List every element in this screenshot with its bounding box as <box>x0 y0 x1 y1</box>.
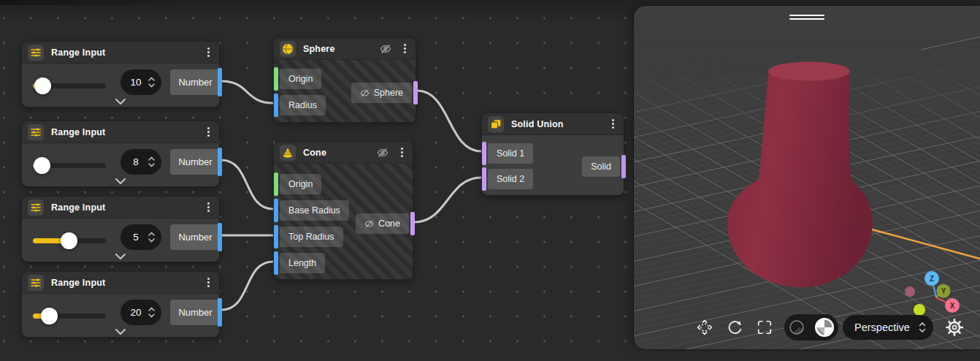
shaded-ball-icon[interactable] <box>814 316 835 338</box>
gizmo-neg-x-ball[interactable] <box>905 286 915 297</box>
node-menu-button[interactable] <box>610 116 616 132</box>
node-range-input-2[interactable]: Range Input 8 Number <box>21 121 220 187</box>
output-number-port[interactable]: Number <box>170 224 221 250</box>
value-text: 8 <box>120 156 148 167</box>
viewport-settings-button[interactable] <box>942 315 967 340</box>
node-cone[interactable]: Cone Origin Base Radius Top Radius Lengt… <box>273 141 413 280</box>
wireframe-ball-icon[interactable] <box>787 318 806 337</box>
number-port-connector[interactable] <box>218 298 222 327</box>
value-input[interactable]: 8 <box>120 149 161 175</box>
top-radius-port-connector[interactable] <box>274 225 278 248</box>
output-number-port[interactable]: Number <box>170 149 221 175</box>
shading-mode-toggle[interactable] <box>784 314 838 341</box>
origin-port-connector[interactable] <box>274 172 278 196</box>
range-slider[interactable] <box>33 306 106 325</box>
value-input[interactable]: 10 <box>120 69 161 95</box>
wire-sphere-to-solid1 <box>417 91 481 151</box>
number-port-connector[interactable] <box>218 223 222 251</box>
value-stepper[interactable] <box>148 232 161 243</box>
value-stepper[interactable] <box>148 307 161 318</box>
fit-view-button[interactable] <box>752 315 777 340</box>
sphere-port-connector[interactable] <box>413 81 418 104</box>
input-port-length[interactable]: Length <box>274 251 326 275</box>
gizmo-x-ball[interactable]: X <box>945 298 960 313</box>
collapse-chevron-icon[interactable] <box>115 178 126 184</box>
range-slider[interactable] <box>33 231 106 250</box>
input-port-origin[interactable]: Origin <box>274 172 323 196</box>
range-slider[interactable] <box>33 156 106 175</box>
3d-viewport-panel[interactable]: Z Y X <box>634 6 980 349</box>
number-port-connector[interactable] <box>218 148 222 176</box>
node-sphere[interactable]: Sphere Origin Radius Sphere <box>273 37 416 123</box>
wire-range4-to-cone-length <box>221 262 273 310</box>
input-port-solid1[interactable]: Solid 1 <box>482 142 535 165</box>
orbit-icon <box>696 319 713 336</box>
orbit-tool-button[interactable] <box>692 315 717 340</box>
solid-port-connector[interactable] <box>621 155 626 178</box>
node-menu-button[interactable] <box>205 45 212 60</box>
node-range-input-1[interactable]: Range Input 10 Number <box>21 41 220 107</box>
value-input[interactable]: 20 <box>120 300 161 325</box>
node-menu-button[interactable] <box>402 41 408 56</box>
range-slider[interactable] <box>33 76 106 95</box>
stepper-down-icon <box>148 314 155 318</box>
base-radius-port-connector[interactable] <box>274 199 278 222</box>
solid2-port-connector[interactable] <box>482 167 486 191</box>
length-port-connector[interactable] <box>274 251 278 275</box>
node-menu-button[interactable] <box>205 275 212 290</box>
value-stepper[interactable] <box>148 156 161 167</box>
node-menu-button[interactable] <box>205 124 212 140</box>
node-title: Range Input <box>51 278 198 288</box>
input-port-base-radius[interactable]: Base Radius <box>274 199 351 222</box>
cone-port-connector[interactable] <box>410 212 415 235</box>
collapse-chevron-icon[interactable] <box>115 254 126 259</box>
number-port-connector[interactable] <box>218 68 222 96</box>
input-port-radius[interactable]: Radius <box>274 94 327 117</box>
camera-mode-value: Perspective <box>854 322 919 333</box>
visibility-off-icon[interactable] <box>380 44 391 54</box>
value-input[interactable]: 5 <box>120 224 161 250</box>
origin-port-connector[interactable] <box>274 67 278 91</box>
range-input-icon <box>28 200 44 216</box>
cone-icon <box>280 145 296 161</box>
collapse-chevron-icon[interactable] <box>115 329 126 335</box>
collapse-chevron-icon[interactable] <box>115 99 126 104</box>
reset-view-button[interactable] <box>722 315 747 340</box>
node-menu-button[interactable] <box>399 145 405 160</box>
input-port-top-radius[interactable]: Top Radius <box>274 225 345 248</box>
svg-text:Y: Y <box>941 287 946 295</box>
range-input-icon <box>28 275 44 291</box>
object-top-face <box>768 62 850 81</box>
input-port-origin[interactable]: Origin <box>274 67 323 91</box>
output-port-solid[interactable]: Solid <box>581 155 626 178</box>
node-range-input-3[interactable]: Range Input 5 Number <box>21 196 220 262</box>
input-port-solid2[interactable]: Solid 2 <box>482 167 535 191</box>
node-range-input-4[interactable]: Range Input 20 Number <box>21 271 220 338</box>
node-solid-union[interactable]: Solid Union Solid 1 Solid 2 Solid <box>481 113 624 196</box>
viewport-3d-scene[interactable]: Z Y X <box>634 6 980 349</box>
wire-cone-to-solid2 <box>414 178 481 222</box>
radius-port-connector[interactable] <box>274 94 278 117</box>
viewport-toolbar: Perspective <box>634 314 980 341</box>
stepper-up-icon <box>148 156 155 161</box>
node-title: Range Input <box>51 48 198 58</box>
gizmo-z-ball[interactable]: Z <box>925 271 939 286</box>
solid1-port-connector[interactable] <box>482 142 486 165</box>
output-number-port[interactable]: Number <box>170 300 221 325</box>
value-text: 5 <box>120 232 148 243</box>
range-input-icon <box>28 124 44 140</box>
node-title: Range Input <box>51 127 198 137</box>
output-port-sphere[interactable]: Sphere <box>350 81 418 104</box>
output-number-port[interactable]: Number <box>170 69 221 95</box>
camera-mode-select[interactable]: Perspective <box>843 315 933 340</box>
node-title: Solid Union <box>511 119 602 129</box>
viewport-resize-handle[interactable] <box>785 12 829 22</box>
stepper-down-icon <box>148 238 155 243</box>
node-menu-button[interactable] <box>205 200 212 215</box>
output-port-cone[interactable]: Cone <box>354 212 415 235</box>
stepper-down-icon <box>148 163 155 167</box>
value-stepper[interactable] <box>148 77 161 88</box>
frame-brackets-icon <box>757 319 773 335</box>
gizmo-y-ball[interactable]: Y <box>937 284 951 298</box>
visibility-off-icon[interactable] <box>377 148 388 158</box>
